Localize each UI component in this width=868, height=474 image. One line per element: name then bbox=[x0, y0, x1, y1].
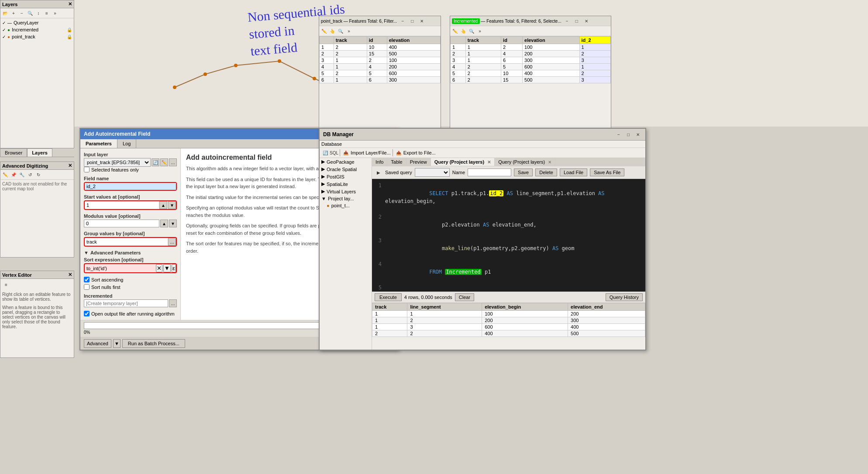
db-close-btn[interactable]: ✕ bbox=[634, 131, 642, 138]
clear-btn[interactable]: Clear bbox=[455, 293, 474, 301]
db-provider-geopackage[interactable]: ▶ GeoPackage bbox=[320, 158, 372, 165]
collapse-all-btn[interactable]: ↕ bbox=[34, 9, 42, 17]
inc-edit-btn[interactable]: ✏️ bbox=[451, 27, 459, 35]
attr-table-inc-max[interactable]: □ bbox=[573, 17, 581, 25]
inc-col-id[interactable]: id bbox=[501, 37, 523, 44]
db-provider-project[interactable]: ▼ Project lay... bbox=[320, 195, 372, 202]
db-tab-query1[interactable]: Query (Project layers) ✕ bbox=[431, 158, 495, 166]
layer-check-querylayer[interactable]: ✓ bbox=[2, 21, 6, 25]
input-layer-edit-btn[interactable]: ✏️ bbox=[160, 158, 168, 166]
sort-ascending-check[interactable] bbox=[84, 277, 90, 282]
db-tab-query1-close[interactable]: ✕ bbox=[487, 160, 491, 165]
sort-nulls-check[interactable] bbox=[84, 284, 90, 290]
modulus-input[interactable] bbox=[84, 220, 159, 227]
col-header-row[interactable] bbox=[320, 37, 334, 44]
sort-expr-clear[interactable]: ✕ bbox=[156, 264, 162, 272]
db-tab-info[interactable]: Info bbox=[372, 158, 387, 166]
layer-check-point-track[interactable]: ✓ bbox=[2, 34, 6, 39]
advanced-btn[interactable]: Advanced bbox=[84, 339, 111, 348]
inc-col-track[interactable]: track bbox=[465, 37, 501, 44]
add-layer-btn[interactable]: + bbox=[10, 9, 17, 17]
field-name-input[interactable] bbox=[85, 183, 176, 190]
col-header-track[interactable]: track bbox=[334, 37, 367, 44]
dialog-tab-log[interactable]: Log bbox=[117, 139, 136, 148]
sort-expr-expr[interactable]: ε bbox=[172, 264, 176, 272]
layer-item-querylayer[interactable]: ✓ — QueryLayer bbox=[1, 19, 73, 26]
adv-dig-btn2[interactable]: 📌 bbox=[10, 171, 17, 179]
vertex-menu-btn[interactable]: ≡ bbox=[2, 281, 10, 289]
db-provider-point[interactable]: ● point_t... bbox=[320, 202, 372, 209]
saved-query-select[interactable] bbox=[415, 168, 450, 177]
expand-all-btn[interactable]: ≡ bbox=[43, 9, 51, 17]
execute-btn[interactable]: Execute bbox=[375, 293, 402, 301]
advanced-dropdown[interactable]: ▼ bbox=[113, 339, 121, 348]
adv-dig-btn3[interactable]: 🔧 bbox=[18, 171, 26, 179]
db-provider-spatialite[interactable]: ▶ SpatiaLite bbox=[320, 180, 372, 188]
db-min-btn[interactable]: − bbox=[615, 131, 623, 138]
input-layer-refresh-btn[interactable]: 🔄 bbox=[152, 158, 159, 166]
db-import-btn[interactable]: 📥 bbox=[342, 149, 350, 157]
group-by-more[interactable]: … bbox=[168, 238, 176, 246]
attr-table-pt-close[interactable]: ✕ bbox=[418, 17, 426, 25]
col-header-id[interactable]: id bbox=[367, 37, 387, 44]
start-values-dec[interactable]: ▼ bbox=[168, 201, 176, 209]
save-query-btn[interactable]: Save bbox=[514, 168, 533, 176]
result-col-track[interactable]: track bbox=[372, 303, 407, 311]
db-provider-oracle[interactable]: ▶ Oracle Spatial bbox=[320, 165, 372, 173]
sort-expr-down[interactable]: ▼ bbox=[163, 264, 171, 272]
db-max-btn[interactable]: □ bbox=[624, 131, 632, 138]
db-tab-table[interactable]: Table bbox=[387, 158, 406, 166]
attr-filter-btn[interactable]: 🔍 bbox=[337, 27, 344, 35]
inc-select-btn[interactable]: 👆 bbox=[459, 27, 467, 35]
input-layer-select[interactable]: point_track [EPSG:7856] bbox=[84, 158, 151, 167]
inc-col-id2[interactable]: id_2 bbox=[579, 37, 610, 44]
attr-table-inc-close[interactable]: ✕ bbox=[582, 17, 590, 25]
sql-editor[interactable]: 1 SELECT p1.track,p1.id_2 AS line_segmen… bbox=[372, 179, 645, 292]
open-output-check[interactable] bbox=[84, 311, 90, 316]
dialog-tab-params[interactable]: Parameters bbox=[80, 139, 117, 148]
attr-select-btn[interactable]: 👆 bbox=[328, 27, 336, 35]
adv-params-header[interactable]: ▼ Advanced Parameters bbox=[84, 250, 177, 255]
layer-check-incremented[interactable]: ✓ bbox=[2, 27, 6, 32]
inc-filter-btn[interactable]: 🔍 bbox=[468, 27, 475, 35]
db-sql-btn[interactable]: SQL bbox=[330, 149, 338, 157]
result-col-elev-end[interactable]: elevation_end bbox=[568, 303, 645, 311]
attr-table-inc-scroll[interactable]: track id elevation id_2 1121001214200231… bbox=[450, 36, 611, 127]
adv-dig-close[interactable]: ✕ bbox=[68, 163, 72, 168]
layers-close-icon[interactable]: ✕ bbox=[68, 1, 72, 7]
layer-item-incremented[interactable]: ✓ ● Incremented 🔒 bbox=[1, 26, 73, 33]
tab-layers[interactable]: Layers bbox=[27, 148, 52, 157]
db-tab-query2[interactable]: Query (Project layers) ✕ bbox=[495, 158, 555, 166]
vertex-close[interactable]: ✕ bbox=[68, 272, 72, 278]
attr-edit-btn[interactable]: ✏️ bbox=[320, 27, 328, 35]
result-col-elev-begin[interactable]: elevation_begin bbox=[482, 303, 568, 311]
layer-item-point-track[interactable]: ✓ ● point_track 🔒 bbox=[1, 33, 73, 40]
filter-layer-btn[interactable]: 🔍 bbox=[26, 9, 34, 17]
result-table-area[interactable]: track line_segment elevation_begin eleva… bbox=[372, 303, 645, 350]
more-btn[interactable]: » bbox=[51, 9, 59, 17]
attr-table-pt-max[interactable]: □ bbox=[408, 17, 416, 25]
tab-browser[interactable]: Browser bbox=[0, 148, 27, 157]
start-values-inc[interactable]: ▲ bbox=[159, 201, 167, 209]
db-refresh-btn[interactable]: 🔄 bbox=[321, 149, 329, 157]
db-import-label[interactable]: Import Layer/File... bbox=[351, 150, 391, 155]
db-menu[interactable]: Database bbox=[320, 141, 645, 148]
result-col-line-segment[interactable]: line_segment bbox=[407, 303, 482, 311]
query-history-btn[interactable]: Query History bbox=[606, 293, 643, 301]
start-values-input[interactable] bbox=[85, 202, 158, 209]
inc-col-row[interactable] bbox=[451, 37, 466, 44]
db-export-label[interactable]: Export to File... bbox=[403, 150, 436, 155]
db-provider-virtual[interactable]: ▶ Virtual Layers bbox=[320, 188, 372, 195]
attr-table-inc-min[interactable]: − bbox=[563, 17, 571, 25]
modulus-dec[interactable]: ▼ bbox=[169, 220, 177, 227]
attr-table-pt-min[interactable]: − bbox=[399, 17, 406, 25]
selected-features-check[interactable] bbox=[84, 167, 90, 172]
run-batch-btn[interactable]: Run as Batch Process... bbox=[122, 339, 185, 348]
sort-expr-input[interactable] bbox=[85, 265, 155, 272]
db-menu-database[interactable]: Database bbox=[321, 141, 342, 147]
incremented-output-input[interactable] bbox=[84, 299, 168, 307]
attr-table-pt-scroll[interactable]: track id elevation 121040022155003121004… bbox=[319, 36, 441, 127]
open-layer-btn[interactable]: 📂 bbox=[1, 9, 9, 17]
delete-query-btn[interactable]: Delete bbox=[535, 168, 557, 176]
db-tab-query2-close[interactable]: ✕ bbox=[548, 160, 551, 165]
